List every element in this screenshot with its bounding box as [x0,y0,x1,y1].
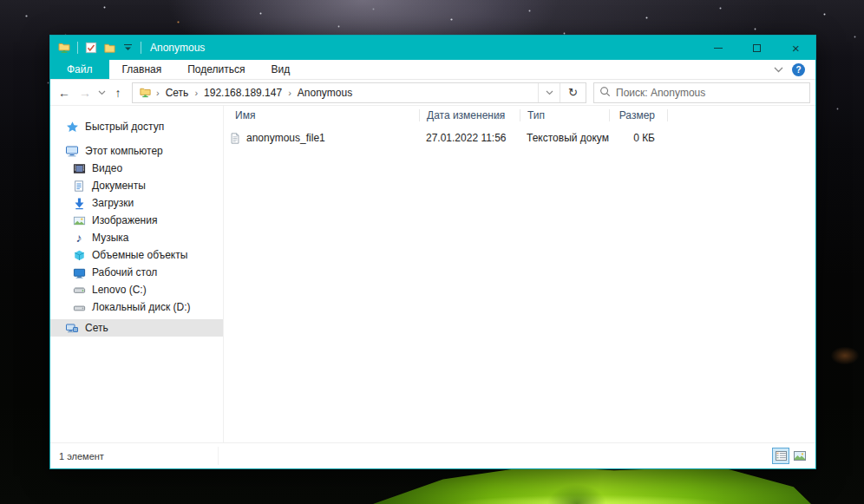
address-bar[interactable]: › Сеть › 192.168.189.147 › Anonymous ↻ [132,82,586,103]
column-header-type[interactable]: Тип [520,109,609,121]
tab-view[interactable]: Вид [258,60,303,79]
tab-file[interactable]: Файл [50,60,109,79]
video-icon [72,161,86,175]
column-header-date[interactable]: Дата изменения [419,109,520,121]
sidebar-item-3d-objects[interactable]: Объемные объекты [50,246,223,264]
toolbar-separator [77,42,78,54]
tab-home[interactable]: Главная [109,60,175,79]
star-icon [65,120,79,134]
sidebar-item-network[interactable]: Сеть [50,319,223,337]
file-row[interactable]: anonymous_file1 27.01.2022 11:56 Текстов… [224,128,815,147]
navigation-pane: Быстрый доступ Этот компьютер Видео Доку [50,106,224,442]
sidebar-item-desktop[interactable]: Рабочий стол [50,264,223,281]
view-toggles [772,448,808,464]
music-note-icon: ♪ [72,231,86,245]
maximize-icon [753,44,761,52]
window-controls: × [698,36,815,60]
status-separator [218,447,219,465]
minimize-icon [714,48,723,49]
file-name-cell[interactable]: anonymous_file1 [224,131,419,145]
status-bar: 1 элемент [50,442,815,468]
breadcrumb-separator: › [284,88,296,98]
tab-share[interactable]: Поделиться [174,60,258,79]
breadcrumb-separator: › [190,88,202,98]
file-type-cell: Текстовый докум... [520,132,609,144]
file-size-cell: 0 КБ [609,132,667,144]
window-title: Anonymous [150,42,205,54]
file-date-cell: 27.01.2022 11:56 [419,132,520,144]
customize-toolbar-icon[interactable] [121,41,134,55]
breadcrumb-separator: › [152,88,164,98]
ribbon-right-controls: ? [774,60,815,79]
titlebar[interactable]: Anonymous × [50,36,815,60]
cube-icon [72,248,86,262]
search-box[interactable] [593,82,810,103]
network-icon [65,321,79,335]
sidebar-item-downloads[interactable]: Загрузки [50,194,223,212]
explorer-window: Anonymous × Файл Главная Поделиться Вид … [49,35,816,469]
sidebar-item-music[interactable]: ♪ Музыка [50,229,223,246]
quick-access-toolbar [50,41,143,55]
breadcrumb: › Сеть › 192.168.189.147 › Anonymous [133,83,538,102]
recent-locations-icon[interactable] [95,82,108,103]
sidebar-item-pictures[interactable]: Изображения [50,212,223,229]
document-icon [72,179,86,193]
pictures-icon [72,213,86,227]
close-icon: × [792,42,800,55]
expand-ribbon-icon[interactable] [774,63,783,75]
sidebar-item-this-pc[interactable]: Этот компьютер [50,142,223,160]
search-input[interactable] [616,87,804,99]
text-file-icon [228,131,242,145]
breadcrumb-network[interactable]: Сеть [164,87,191,99]
sidebar-item-videos[interactable]: Видео [50,160,223,177]
hard-drive-icon [72,283,86,297]
content-area: Быстрый доступ Этот компьютер Видео Доку [50,106,815,442]
location-folder-icon [138,86,152,100]
sidebar-item-drive-d[interactable]: Локальный диск (D:) [50,298,223,316]
back-button[interactable]: ← [54,82,75,103]
address-bar-row: ← → ↑ › Сеть › 192.168.189.147 › Anonymo… [50,80,815,106]
breadcrumb-host[interactable]: 192.168.189.147 [202,87,284,99]
network-folder-icon [57,41,71,55]
toolbar-separator [141,42,141,54]
sidebar-item-quick-access[interactable]: Быстрый доступ [50,118,223,135]
download-arrow-icon [72,196,86,210]
sidebar-item-documents[interactable]: Документы [50,177,223,194]
close-button[interactable]: × [776,36,815,60]
search-icon [599,86,611,100]
column-header-name[interactable]: Имя [224,109,419,121]
wallpaper-tree-glow [826,343,864,369]
address-dropdown-icon[interactable] [538,83,560,102]
breadcrumb-folder[interactable]: Anonymous [296,87,354,99]
forward-button[interactable]: → [75,82,95,103]
computer-icon [65,144,79,158]
stars-decoration [0,0,1,1]
thumbnails-view-button[interactable] [791,448,808,464]
ribbon-tabs: Файл Главная Поделиться Вид ? [50,60,815,80]
wallpaper-bush [538,469,616,504]
column-headers: Имя Дата изменения Тип Размер [224,106,815,125]
minimize-button[interactable] [698,36,737,60]
item-count: 1 элемент [59,451,104,461]
sidebar-item-drive-c[interactable]: Lenovo (C:) [50,281,223,298]
column-divider [667,109,668,121]
details-view-button[interactable] [772,448,789,464]
help-icon[interactable]: ? [792,63,805,76]
hard-drive-icon [72,300,86,314]
properties-check-icon[interactable] [84,41,98,55]
maximize-button[interactable] [737,36,776,60]
column-header-size[interactable]: Размер [609,109,667,121]
sort-ascending-icon [495,110,504,115]
file-list-pane: Имя Дата изменения Тип Размер anonymous_… [224,106,815,442]
new-folder-icon[interactable] [102,41,116,55]
desktop-icon [72,265,86,279]
refresh-button[interactable]: ↻ [560,83,586,102]
up-button[interactable]: ↑ [108,82,128,103]
